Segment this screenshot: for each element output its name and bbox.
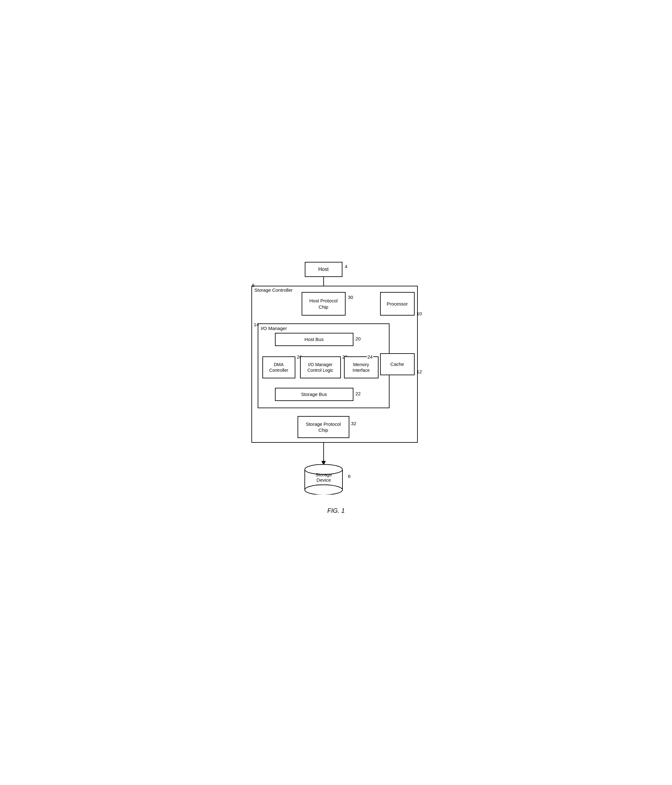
- cache-box: Cache: [380, 353, 415, 375]
- svg-point-14: [305, 485, 342, 494]
- io-manager-control-logic-box: I/O ManagerControl Logic: [300, 357, 341, 378]
- storage-bus-label: Storage Bus: [301, 391, 327, 397]
- figure-label: FIG. 1: [245, 507, 427, 514]
- host-protocol-chip-box: Host ProtocolChip: [302, 292, 345, 316]
- cache-ref: 12: [417, 369, 422, 374]
- storage-protocol-chip-ref: 32: [351, 421, 356, 426]
- host-bus-box: Host Bus: [275, 333, 353, 346]
- host-bus-ref: 20: [356, 336, 361, 341]
- processor-box: Processor: [380, 292, 415, 316]
- diagram: Host 4 Storage Controller 8 Host Protoco…: [245, 261, 427, 518]
- memory-interface-label: MemoryInterface: [353, 362, 369, 373]
- processor-label: Processor: [387, 301, 408, 307]
- page: Host 4 Storage Controller 8 Host Protoco…: [226, 248, 446, 537]
- io-manager-ref: 14: [254, 322, 259, 327]
- host-label: Host: [318, 266, 329, 273]
- host-protocol-chip-ref: 30: [348, 294, 353, 300]
- storage-protocol-chip-box: Storage ProtocolChip: [297, 416, 349, 438]
- dma-controller-box: DMAController: [263, 357, 295, 378]
- io-manager-control-logic-label: I/O ManagerControl Logic: [307, 362, 333, 373]
- storage-device-ref: 6: [348, 474, 351, 479]
- memory-interface-ref: 24: [367, 354, 374, 360]
- storage-bus-box: Storage Bus: [275, 388, 353, 401]
- host-protocol-chip-label: Host ProtocolChip: [309, 298, 338, 310]
- host-bus-label: Host Bus: [305, 336, 323, 342]
- cache-label: Cache: [391, 361, 404, 367]
- host-ref: 4: [345, 264, 347, 269]
- storage-protocol-chip-label: Storage ProtocolChip: [306, 421, 341, 433]
- storage-device-text: StorageDevice: [316, 472, 332, 483]
- storage-device-label: StorageDevice: [310, 472, 338, 483]
- storage-bus-ref: 22: [356, 391, 361, 396]
- host-box: Host: [305, 262, 342, 277]
- memory-interface-box: MemoryInterface: [344, 357, 378, 378]
- processor-ref: 10: [417, 311, 422, 316]
- storage-controller-ref: 8: [252, 283, 255, 288]
- storage-controller-label: Storage Controller: [255, 287, 293, 292]
- io-manager-label: I/O Manager: [261, 325, 287, 331]
- dma-controller-label: DMAController: [269, 362, 288, 373]
